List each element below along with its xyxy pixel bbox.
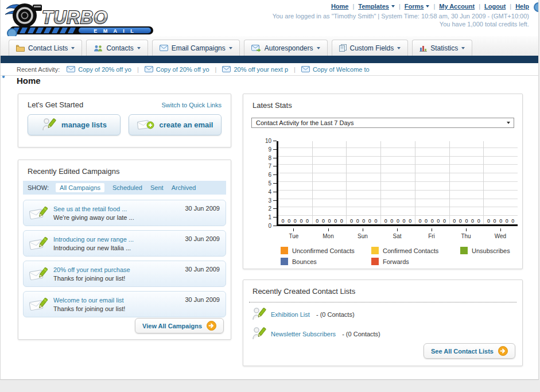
bar-value-label: 0	[443, 218, 446, 224]
campaign-row[interactable]: See us at the retail food ...We're givin…	[23, 200, 226, 226]
tab-custom-fields[interactable]: Custom Fields	[332, 40, 409, 56]
campaign-text: 20% off your next purchaseThanks for joi…	[53, 265, 179, 283]
campaign-row[interactable]: 20% off your next purchaseThanks for joi…	[23, 261, 226, 287]
campaign-subtitle: Introducing our new Italia ...	[53, 244, 179, 253]
campaign-row[interactable]: Welcome to our email listThanks for join…	[23, 291, 226, 317]
activity-link[interactable]: Copy of 20% off yo	[156, 66, 209, 73]
x-tick-label: Thu	[449, 233, 483, 239]
activity-link[interactable]: 20% off your next p	[234, 66, 288, 73]
tab-contacts[interactable]: Contacts	[86, 40, 147, 56]
caret-down-icon	[461, 47, 465, 49]
y-tick-label: 9	[260, 146, 271, 153]
campaign-filters: All CampaignsScheduledSentArchived	[56, 183, 196, 192]
activity-item[interactable]: 20% off your next p	[222, 66, 288, 73]
envelope-pencil-icon	[29, 205, 48, 221]
legend-swatch	[371, 247, 379, 254]
x-tick	[432, 228, 432, 231]
brand-logo[interactable]: TURBO E M A I L	[5, 2, 161, 36]
recent-activity-label: Recent Activity:	[17, 66, 60, 73]
header-link-forms[interactable]: Forms	[405, 3, 430, 10]
legend-item: Unsubscribes	[460, 247, 519, 254]
tab-email-campaigns[interactable]: Email Campaigns	[152, 40, 240, 56]
stats-report-dropdown[interactable]: Contact Activity for the Last 7 Days	[251, 118, 514, 128]
tab-autoresponders[interactable]: Autoresponders	[244, 40, 328, 56]
activity-items: Copy of 20% off yo|Copy of 20% off yo|20…	[67, 66, 370, 73]
filter-all-campaigns[interactable]: All Campaigns	[56, 183, 104, 192]
activity-link[interactable]: Copy of Welcome to	[313, 66, 370, 73]
x-tick	[500, 228, 501, 231]
bar-value-label: 0	[390, 218, 393, 224]
header-link-home[interactable]: Home	[331, 3, 349, 10]
campaign-date: 30 Jun 2009	[185, 261, 220, 273]
header-link-my-account[interactable]: My Account	[439, 3, 475, 10]
contacts-icon	[94, 45, 103, 52]
activity-item[interactable]: Copy of Welcome to	[301, 66, 370, 73]
caret-down-icon	[397, 47, 401, 49]
filter-scheduled[interactable]: Scheduled	[112, 184, 142, 191]
chart-group: 00000	[450, 141, 484, 224]
separator: |	[215, 66, 217, 73]
activity-item[interactable]: Copy of 20% off yo	[67, 66, 131, 73]
see-all-contact-lists-button[interactable]: See All Contact Lists	[424, 343, 515, 359]
tab-label: Contacts	[106, 44, 133, 52]
bar-value-label: 0	[437, 218, 440, 224]
envelope-pencil-icon	[29, 266, 48, 282]
x-tick	[363, 228, 363, 231]
chart-yaxis: 012345678910	[262, 141, 277, 226]
legend-item: Bounces	[281, 258, 371, 265]
get-started-title: Let's Get Started	[28, 100, 83, 109]
legend-swatch	[281, 258, 288, 265]
campaign-date: 30 Jun 2009	[185, 231, 220, 242]
contact-list-count: - (0 Contacts)	[314, 311, 355, 318]
campaign-date: 30 Jun 2009	[185, 292, 220, 303]
bar-value-label: 0	[511, 218, 514, 224]
tab-contact-lists[interactable]: Contact Lists	[9, 40, 82, 56]
header-link-help[interactable]: Help	[515, 3, 529, 10]
chart-group: 00000	[347, 141, 381, 224]
campaign-row[interactable]: Introducing our new range ...Introducing…	[23, 230, 226, 257]
x-tick-label: Sat	[380, 233, 414, 239]
activity-item[interactable]: Copy of 20% off yo	[145, 66, 209, 73]
y-tick-label: 3	[260, 197, 271, 204]
contact-list-count: - (0 Contacts)	[340, 331, 380, 337]
campaign-title-link[interactable]: 20% off your next purchase	[53, 266, 130, 273]
campaign-title-link[interactable]: Welcome to our email list	[53, 297, 124, 304]
tab-statistics[interactable]: Statistics	[412, 40, 472, 56]
start-buttons: manage listscreate an email	[18, 114, 231, 135]
header-link-logout[interactable]: Logout	[484, 3, 506, 10]
activity-link[interactable]: Copy of 20% off yo	[78, 66, 131, 73]
chart-group: 00000	[415, 141, 450, 224]
bar-value-label: 0	[494, 218, 496, 224]
bar-value-label: 0	[418, 218, 421, 224]
bar-value-label: 0	[453, 218, 456, 224]
tab-label: Contact Lists	[28, 44, 68, 52]
legend-label: Forwards	[383, 258, 409, 265]
chart-legend: Unconfirmed ContactsConfirmed ContactsUn…	[281, 247, 519, 265]
credits-info: You have 1,000 total credits left.	[440, 21, 529, 28]
login-info: You are logged in as "Timothy Smith" | S…	[273, 13, 529, 20]
campaign-title-link[interactable]: See us at the retail food ...	[53, 205, 127, 212]
decorative-dot-icon	[534, 2, 539, 12]
bar-value-label: 0	[465, 218, 468, 224]
caret-down-icon	[391, 5, 395, 7]
bar-value-label: 0	[487, 218, 490, 224]
campaign-title-link[interactable]: Introducing our new range ...	[53, 236, 134, 243]
envelope-arrow-icon	[251, 45, 261, 52]
filter-archived[interactable]: Archived	[172, 184, 196, 191]
switch-to-quick-links-link[interactable]: Switch to Quick Links	[161, 102, 222, 108]
legend-label: Unconfirmed Contacts	[292, 247, 355, 254]
button-create-an-email[interactable]: create an email	[129, 114, 222, 135]
campaign-subtitle: We're giving away our late ...	[53, 214, 179, 222]
contact-list-link[interactable]: Newsletter Subscribers	[271, 331, 336, 337]
view-all-campaigns-button[interactable]: View All Campaigns	[135, 318, 224, 333]
filter-sent[interactable]: Sent	[150, 184, 164, 191]
chart-group: 00000	[381, 141, 415, 224]
y-tick-label: 4	[260, 189, 271, 195]
bar-value-label: 0	[306, 218, 309, 224]
caret-down-icon	[426, 5, 429, 7]
contact-list-link[interactable]: Exhibition List	[271, 311, 310, 318]
button-manage-lists[interactable]: manage lists	[28, 114, 121, 135]
x-tick	[328, 228, 329, 231]
header-link-templates[interactable]: Templates	[358, 3, 395, 10]
contact-lists-title: Recently Created Contact Lists	[243, 280, 522, 301]
